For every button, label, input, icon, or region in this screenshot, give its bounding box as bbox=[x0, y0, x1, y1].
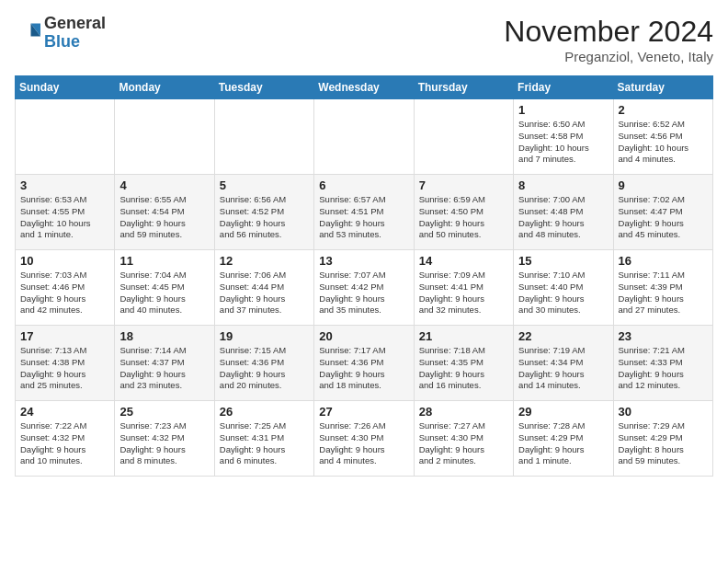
day-detail: Sunrise: 7:11 AM Sunset: 4:39 PM Dayligh… bbox=[619, 270, 708, 316]
month-title: November 2024 bbox=[504, 15, 713, 49]
calendar-cell: 14Sunrise: 7:09 AM Sunset: 4:41 PM Dayli… bbox=[414, 250, 513, 326]
calendar-cell: 9Sunrise: 7:02 AM Sunset: 4:47 PM Daylig… bbox=[613, 175, 712, 250]
calendar-cell: 1Sunrise: 6:50 AM Sunset: 4:58 PM Daylig… bbox=[514, 99, 613, 175]
calendar-table: SundayMondayTuesdayWednesdayThursdayFrid… bbox=[15, 75, 713, 477]
calendar-cell: 7Sunrise: 6:59 AM Sunset: 4:50 PM Daylig… bbox=[414, 175, 513, 250]
day-detail: Sunrise: 7:09 AM Sunset: 4:41 PM Dayligh… bbox=[419, 270, 508, 316]
calendar-cell: 5Sunrise: 6:56 AM Sunset: 4:52 PM Daylig… bbox=[214, 175, 313, 250]
calendar-cell: 25Sunrise: 7:23 AM Sunset: 4:32 PM Dayli… bbox=[115, 401, 214, 477]
day-number: 10 bbox=[20, 254, 109, 268]
day-number: 25 bbox=[119, 405, 209, 419]
logo-blue: Blue bbox=[44, 32, 80, 51]
day-number: 26 bbox=[220, 405, 309, 419]
day-number: 23 bbox=[619, 329, 708, 343]
day-number: 12 bbox=[220, 254, 309, 268]
calendar-cell: 3Sunrise: 6:53 AM Sunset: 4:55 PM Daylig… bbox=[16, 175, 115, 250]
calendar-cell bbox=[115, 99, 214, 175]
day-detail: Sunrise: 7:23 AM Sunset: 4:32 PM Dayligh… bbox=[119, 420, 209, 467]
calendar-cell: 20Sunrise: 7:17 AM Sunset: 4:36 PM Dayli… bbox=[314, 326, 414, 401]
day-detail: Sunrise: 7:10 AM Sunset: 4:40 PM Dayligh… bbox=[518, 270, 608, 316]
title-block: November 2024 Preganziol, Veneto, Italy bbox=[504, 15, 713, 64]
calendar-cell: 10Sunrise: 7:03 AM Sunset: 4:46 PM Dayli… bbox=[16, 250, 115, 326]
calendar-cell: 13Sunrise: 7:07 AM Sunset: 4:42 PM Dayli… bbox=[314, 250, 414, 326]
day-number: 1 bbox=[518, 103, 608, 117]
calendar-cell: 16Sunrise: 7:11 AM Sunset: 4:39 PM Dayli… bbox=[613, 250, 712, 326]
day-detail: Sunrise: 6:52 AM Sunset: 4:56 PM Dayligh… bbox=[619, 119, 708, 166]
day-number: 22 bbox=[518, 329, 608, 343]
calendar-week-row: 17Sunrise: 7:13 AM Sunset: 4:38 PM Dayli… bbox=[16, 326, 713, 401]
logo-general: General bbox=[44, 14, 106, 32]
day-detail: Sunrise: 7:03 AM Sunset: 4:46 PM Dayligh… bbox=[20, 270, 109, 316]
calendar-body: 1Sunrise: 6:50 AM Sunset: 4:58 PM Daylig… bbox=[16, 99, 713, 477]
day-detail: Sunrise: 7:28 AM Sunset: 4:29 PM Dayligh… bbox=[518, 420, 608, 467]
calendar-cell: 27Sunrise: 7:26 AM Sunset: 4:30 PM Dayli… bbox=[314, 401, 414, 477]
calendar-cell bbox=[214, 99, 313, 175]
day-of-week-header: Wednesday bbox=[314, 76, 414, 99]
calendar-cell: 4Sunrise: 6:55 AM Sunset: 4:54 PM Daylig… bbox=[115, 175, 214, 250]
day-of-week-header: Monday bbox=[115, 76, 214, 99]
calendar-cell: 6Sunrise: 6:57 AM Sunset: 4:51 PM Daylig… bbox=[314, 175, 414, 250]
calendar-cell: 24Sunrise: 7:22 AM Sunset: 4:32 PM Dayli… bbox=[16, 401, 115, 477]
day-number: 17 bbox=[20, 329, 109, 343]
day-detail: Sunrise: 6:57 AM Sunset: 4:51 PM Dayligh… bbox=[319, 194, 408, 241]
day-number: 30 bbox=[619, 405, 708, 419]
day-detail: Sunrise: 7:06 AM Sunset: 4:44 PM Dayligh… bbox=[220, 270, 309, 316]
day-number: 6 bbox=[319, 178, 408, 192]
day-detail: Sunrise: 7:07 AM Sunset: 4:42 PM Dayligh… bbox=[319, 270, 408, 316]
day-number: 19 bbox=[220, 329, 309, 343]
day-detail: Sunrise: 7:14 AM Sunset: 4:37 PM Dayligh… bbox=[119, 345, 209, 392]
calendar-cell bbox=[16, 99, 115, 175]
calendar-cell bbox=[314, 99, 414, 175]
calendar-cell: 18Sunrise: 7:14 AM Sunset: 4:37 PM Dayli… bbox=[115, 326, 214, 401]
calendar-cell: 30Sunrise: 7:29 AM Sunset: 4:29 PM Dayli… bbox=[613, 401, 712, 477]
calendar-cell: 26Sunrise: 7:25 AM Sunset: 4:31 PM Dayli… bbox=[214, 401, 313, 477]
day-detail: Sunrise: 6:56 AM Sunset: 4:52 PM Dayligh… bbox=[220, 194, 309, 241]
logo-text: General Blue bbox=[44, 15, 106, 52]
day-of-week-header: Sunday bbox=[16, 76, 115, 99]
page-header: General Blue November 2024 Preganziol, V… bbox=[15, 15, 713, 64]
day-number: 14 bbox=[419, 254, 508, 268]
day-of-week-header: Saturday bbox=[613, 76, 712, 99]
calendar-cell: 17Sunrise: 7:13 AM Sunset: 4:38 PM Dayli… bbox=[16, 326, 115, 401]
day-number: 28 bbox=[419, 405, 508, 419]
day-number: 5 bbox=[220, 178, 309, 192]
day-number: 15 bbox=[518, 254, 608, 268]
day-detail: Sunrise: 7:02 AM Sunset: 4:47 PM Dayligh… bbox=[619, 194, 708, 241]
logo-icon bbox=[15, 20, 40, 46]
day-number: 11 bbox=[119, 254, 209, 268]
logo: General Blue bbox=[15, 15, 106, 52]
calendar-cell: 15Sunrise: 7:10 AM Sunset: 4:40 PM Dayli… bbox=[514, 250, 613, 326]
day-number: 16 bbox=[619, 254, 708, 268]
day-number: 27 bbox=[319, 405, 408, 419]
calendar-cell: 2Sunrise: 6:52 AM Sunset: 4:56 PM Daylig… bbox=[613, 99, 712, 175]
day-number: 3 bbox=[20, 178, 109, 192]
calendar-cell: 22Sunrise: 7:19 AM Sunset: 4:34 PM Dayli… bbox=[514, 326, 613, 401]
day-number: 13 bbox=[319, 254, 408, 268]
day-of-week-header: Tuesday bbox=[214, 76, 313, 99]
day-number: 9 bbox=[619, 178, 708, 192]
day-detail: Sunrise: 7:29 AM Sunset: 4:29 PM Dayligh… bbox=[619, 420, 708, 467]
location: Preganziol, Veneto, Italy bbox=[504, 49, 713, 64]
day-number: 18 bbox=[119, 329, 209, 343]
day-detail: Sunrise: 7:19 AM Sunset: 4:34 PM Dayligh… bbox=[518, 345, 608, 392]
day-detail: Sunrise: 7:22 AM Sunset: 4:32 PM Dayligh… bbox=[20, 420, 109, 467]
calendar-cell: 21Sunrise: 7:18 AM Sunset: 4:35 PM Dayli… bbox=[414, 326, 513, 401]
calendar-week-row: 10Sunrise: 7:03 AM Sunset: 4:46 PM Dayli… bbox=[16, 250, 713, 326]
day-detail: Sunrise: 7:04 AM Sunset: 4:45 PM Dayligh… bbox=[119, 270, 209, 316]
day-of-week-header: Thursday bbox=[414, 76, 513, 99]
calendar-week-row: 3Sunrise: 6:53 AM Sunset: 4:55 PM Daylig… bbox=[16, 175, 713, 250]
day-detail: Sunrise: 7:26 AM Sunset: 4:30 PM Dayligh… bbox=[319, 420, 408, 467]
day-detail: Sunrise: 7:27 AM Sunset: 4:30 PM Dayligh… bbox=[419, 420, 508, 467]
day-number: 24 bbox=[20, 405, 109, 419]
day-number: 7 bbox=[419, 178, 508, 192]
day-detail: Sunrise: 7:13 AM Sunset: 4:38 PM Dayligh… bbox=[20, 345, 109, 392]
calendar-cell: 8Sunrise: 7:00 AM Sunset: 4:48 PM Daylig… bbox=[514, 175, 613, 250]
calendar-header-row: SundayMondayTuesdayWednesdayThursdayFrid… bbox=[16, 76, 713, 99]
calendar-cell: 19Sunrise: 7:15 AM Sunset: 4:36 PM Dayli… bbox=[214, 326, 313, 401]
day-detail: Sunrise: 6:53 AM Sunset: 4:55 PM Dayligh… bbox=[20, 194, 109, 241]
calendar-cell: 29Sunrise: 7:28 AM Sunset: 4:29 PM Dayli… bbox=[514, 401, 613, 477]
day-detail: Sunrise: 6:50 AM Sunset: 4:58 PM Dayligh… bbox=[518, 119, 608, 166]
day-number: 21 bbox=[419, 329, 508, 343]
calendar-cell: 28Sunrise: 7:27 AM Sunset: 4:30 PM Dayli… bbox=[414, 401, 513, 477]
day-detail: Sunrise: 7:17 AM Sunset: 4:36 PM Dayligh… bbox=[319, 345, 408, 392]
